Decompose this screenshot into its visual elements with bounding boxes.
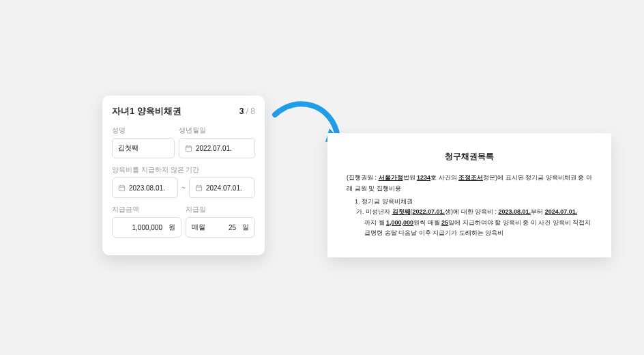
doc-item1a-mid: 부터 (531, 208, 545, 215)
label-name: 성명 (112, 126, 175, 135)
period-start-value: 2023.08.01. (129, 184, 165, 192)
name-input[interactable]: 김첫째 (112, 138, 175, 158)
label-payday: 지급일 (186, 205, 255, 214)
amount-input[interactable]: 1,000,000 원 (112, 217, 181, 238)
doc-item1a-c2: 원씩 매월 (413, 219, 441, 226)
doc-item1a-pclose: 생)에 대한 양육비 : (445, 208, 499, 215)
step-total: / 8 (244, 106, 255, 116)
label-unpaid-period: 양육비를 지급하지 않은 기간 (112, 165, 255, 175)
calendar-icon (195, 184, 203, 192)
dob-input[interactable]: 2022.07.01. (179, 138, 255, 158)
child-support-form-card: 자녀1 양육비채권 3 / 8 성명 김첫째 생년월일 2022.07.01. … (102, 96, 265, 255)
doc-intro-court: 서울가정 (379, 174, 403, 181)
doc-intro-prefix: (집행권원 : (347, 174, 379, 181)
doc-item1a-end: 2024.07.01. (545, 208, 578, 215)
doc-item-1: 1. 정기금 양육비채권 (347, 197, 592, 207)
payday-value: 25 (229, 224, 236, 231)
amount-suffix: 원 (169, 223, 175, 232)
payday-input[interactable]: 매월 25 일 (186, 217, 255, 238)
svg-rect-0 (186, 146, 191, 152)
svg-rect-4 (119, 186, 124, 191)
doc-item1a-amount: 1,000,000 (386, 219, 413, 226)
dob-value: 2022.07.01. (196, 145, 232, 152)
form-title: 자녀1 양육비채권 (112, 105, 181, 117)
doc-item-1a: 가. 미성년자 김첫째(2022.07.01.생)에 대한 양육비 : 2023… (347, 207, 592, 217)
doc-item1a-name: 김첫째 (392, 208, 411, 215)
period-end-input[interactable]: 2024.07.01. (189, 178, 255, 198)
payday-prefix: 매월 (192, 223, 205, 232)
label-amount: 지급금액 (112, 205, 181, 214)
period-tilde: ~ (181, 184, 186, 192)
doc-title: 청구채권목록 (347, 150, 592, 163)
doc-item1a-start: 2023.08.01. (499, 208, 531, 215)
period-end-value: 2024.07.01. (206, 184, 242, 192)
doc-intro-caseno: 1234 (417, 174, 430, 181)
payday-suffix: 일 (242, 223, 249, 232)
doc-item1a-c1: 까지 월 (364, 219, 386, 226)
doc-item-1a-cont: 까지 월 1,000,000원씩 매월 25일에 지급하여야 할 양육비 중 이… (347, 218, 592, 239)
svg-rect-8 (196, 186, 201, 191)
doc-intro-mid2: 호 사건의 (430, 174, 458, 181)
name-value: 김첫째 (118, 143, 138, 153)
claim-document-card: 청구채권목록 (집행권원 : 서울가정법원 1234호 사건의 조정조서정본)에… (327, 133, 611, 257)
doc-intro: (집행권원 : 서울가정법원 1234호 사건의 조정조서정본)에 표시된 정기… (347, 173, 592, 194)
form-header: 자녀1 양육비채권 3 / 8 (112, 105, 255, 117)
period-start-input[interactable]: 2023.08.01. (112, 178, 178, 198)
doc-intro-mid1: 법원 (403, 174, 418, 181)
doc-item1a-prefix: 가. 미성년자 (356, 208, 392, 215)
calendar-icon (185, 145, 192, 152)
amount-value: 1,000,000 (132, 224, 163, 231)
label-dob: 생년월일 (179, 126, 255, 135)
doc-item1a-day: 25 (441, 219, 448, 226)
step-indicator: 3 / 8 (239, 106, 255, 116)
calendar-icon (118, 184, 126, 192)
doc-item1a-dob: 2022.07.01. (413, 208, 445, 215)
doc-body: (집행권원 : 서울가정법원 1234호 사건의 조정조서정본)에 표시된 정기… (347, 173, 592, 238)
doc-intro-doctype: 조정조서 (458, 174, 483, 181)
